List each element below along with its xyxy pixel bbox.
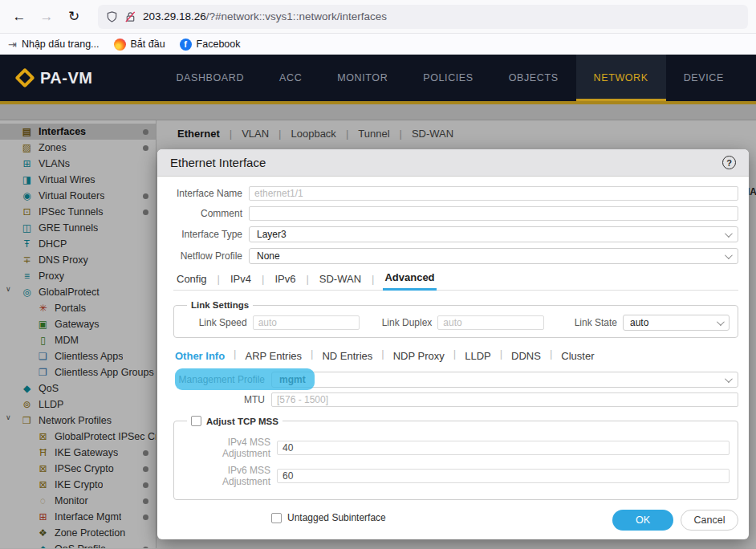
- chevron-down-icon: [725, 230, 733, 238]
- interface-type-select[interactable]: Layer3: [249, 226, 738, 242]
- facebook-icon: f: [180, 39, 192, 51]
- shield-icon[interactable]: [106, 10, 118, 23]
- nav-tab-monitor[interactable]: MONITOR: [319, 55, 405, 101]
- insecure-lock-icon[interactable]: [124, 10, 136, 23]
- url-text: 203.29.18.26/?#network::vsys1::network/i…: [143, 10, 387, 22]
- ipv6-mss-field[interactable]: [277, 469, 730, 483]
- comment-label: Comment: [173, 208, 249, 219]
- mtu-label: MTU: [173, 394, 271, 405]
- chevron-down-icon: [725, 375, 733, 383]
- url-bar[interactable]: 203.29.18.26/?#network::vsys1::network/i…: [98, 5, 748, 29]
- dialog-body: Interface Name Comment Interface Type La…: [157, 177, 749, 539]
- comment-field[interactable]: [249, 206, 738, 221]
- untagged-subinterface-checkbox[interactable]: [271, 513, 282, 523]
- link-speed-field[interactable]: [253, 315, 360, 330]
- import-bookmarks-icon: ⇥: [8, 39, 17, 51]
- bookmark-label: Facebook: [197, 39, 241, 50]
- dialog-tab-ipv4[interactable]: IPv4: [229, 273, 253, 290]
- tab-separator: |: [372, 273, 374, 290]
- nav-tab-acc[interactable]: ACC: [262, 55, 319, 101]
- dialog-title: Ethernet Interface: [170, 156, 722, 169]
- help-icon[interactable]: ?: [722, 156, 736, 169]
- nav-tab-dashboard[interactable]: DASHBOARD: [158, 55, 262, 101]
- bookmark-facebook[interactable]: fFacebook: [180, 39, 241, 51]
- other-info-tabs: Other Info|ARP Entries|ND Entries|NDP Pr…: [173, 348, 738, 364]
- interface-type-value: Layer3: [257, 229, 287, 240]
- adjust-tcp-mss-label: Adjust TCP MSS: [206, 417, 278, 426]
- subtab-other-info[interactable]: Other Info: [175, 350, 225, 362]
- link-settings-fieldset: Link Settings Link Speed Link Duplex Lin…: [173, 300, 738, 338]
- dialog-tab-sd-wan[interactable]: SD-WAN: [318, 273, 363, 290]
- subtab-cluster[interactable]: Cluster: [561, 350, 594, 362]
- link-duplex-label: Link Duplex: [368, 317, 438, 328]
- tab-separator: |: [262, 273, 264, 290]
- bookmark-nh-p-d-u-trang[interactable]: ⇥Nhập dấu trang...: [8, 39, 100, 51]
- subtab-ndp-proxy[interactable]: NDP Proxy: [393, 350, 445, 362]
- ipv4-mss-field[interactable]: [277, 441, 730, 455]
- ipv6-mss-label: IPv6 MSS Adjustment: [182, 465, 277, 487]
- tab-separator: |: [311, 348, 313, 364]
- adjust-tcp-mss-fieldset: Adjust TCP MSS IPv4 MSS Adjustment IPv6 …: [173, 416, 738, 500]
- dialog-header: Ethernet Interface ?: [157, 149, 749, 177]
- tab-separator: |: [550, 348, 552, 364]
- dialog-tab-advanced[interactable]: Advanced: [383, 271, 436, 291]
- highlight-annotation: [175, 368, 315, 390]
- link-duplex-field[interactable]: [437, 315, 544, 330]
- app-body: ▤Interfaces▨Zones⊞VLANs◨Virtual Wires◉Vi…: [0, 104, 756, 549]
- nav-tab-network[interactable]: NETWORK: [576, 55, 666, 101]
- ok-button[interactable]: OK: [612, 510, 673, 531]
- interface-name-field[interactable]: [249, 186, 738, 201]
- interface-name-label: Interface Name: [173, 188, 249, 199]
- dialog-tab-ipv6[interactable]: IPv6: [273, 273, 297, 290]
- subtab-ddns[interactable]: DDNS: [511, 350, 541, 362]
- tab-separator: |: [453, 348, 456, 364]
- adjust-tcp-mss-checkbox[interactable]: [191, 416, 201, 426]
- link-speed-label: Link Speed: [182, 317, 253, 328]
- ipv4-mss-label: IPv4 MSS Adjustment: [182, 437, 277, 459]
- nav-tab-objects[interactable]: OBJECTS: [491, 55, 576, 101]
- dialog-tabs: Config|IPv4|IPv6|SD-WAN|Advanced: [173, 270, 738, 291]
- link-settings-legend: Link Settings: [187, 300, 253, 310]
- chevron-down-icon: [725, 251, 733, 259]
- browser-toolbar: ← → ↻ 203.29.18.26/?#network::vsys1::net…: [0, 0, 756, 34]
- netflow-profile-value: None: [257, 250, 280, 262]
- nav-tab-device[interactable]: DEVICE: [666, 55, 742, 101]
- app-header: PA-VM DASHBOARDACCMONITORPOLICIESOBJECTS…: [0, 55, 756, 104]
- dialog-tab-config[interactable]: Config: [175, 273, 209, 290]
- ethernet-interface-dialog: Ethernet Interface ? Interface Name Comm…: [157, 149, 749, 539]
- link-state-label: Link State: [552, 317, 623, 328]
- pa-logo-icon: [14, 67, 35, 87]
- nav-tab-policies[interactable]: POLICIES: [405, 55, 490, 101]
- tab-separator: |: [217, 273, 220, 290]
- forward-icon[interactable]: →: [35, 6, 58, 28]
- tab-separator: |: [500, 348, 502, 364]
- link-state-value: auto: [630, 317, 648, 328]
- chevron-down-icon: [717, 318, 725, 326]
- app-nav: DASHBOARDACCMONITORPOLICIESOBJECTSNETWOR…: [158, 55, 741, 101]
- link-state-select[interactable]: auto: [623, 315, 730, 331]
- tab-separator: |: [306, 273, 308, 290]
- bookmark-b-t-u[interactable]: Bắt đầu: [114, 39, 165, 51]
- management-profile-select[interactable]: mgmt: [271, 372, 738, 388]
- tab-separator: |: [381, 348, 384, 364]
- firefox-icon: [114, 39, 126, 51]
- brand[interactable]: PA-VM: [0, 55, 107, 101]
- subtab-lldp[interactable]: LLDP: [465, 350, 491, 362]
- subtab-nd-entries[interactable]: ND Entries: [322, 350, 372, 362]
- bookmark-label: Bắt đầu: [131, 39, 165, 50]
- netflow-profile-label: Netflow Profile: [173, 250, 249, 262]
- interface-type-label: Interface Type: [173, 229, 249, 240]
- netflow-profile-select[interactable]: None: [249, 248, 738, 264]
- brand-name: PA-VM: [40, 69, 92, 87]
- cancel-button[interactable]: Cancel: [681, 510, 738, 531]
- mtu-field[interactable]: [271, 392, 738, 407]
- untagged-subinterface-label: Untagged Subinterface: [287, 512, 386, 523]
- tab-separator: |: [234, 348, 236, 364]
- bookmark-label: Nhập dấu trang...: [22, 39, 100, 50]
- subtab-arp-entries[interactable]: ARP Entries: [246, 350, 303, 362]
- back-icon[interactable]: ←: [8, 6, 30, 28]
- bookmarks-bar: ⇥Nhập dấu trang...Bắt đầufFacebook: [0, 34, 756, 55]
- reload-icon[interactable]: ↻: [63, 6, 85, 28]
